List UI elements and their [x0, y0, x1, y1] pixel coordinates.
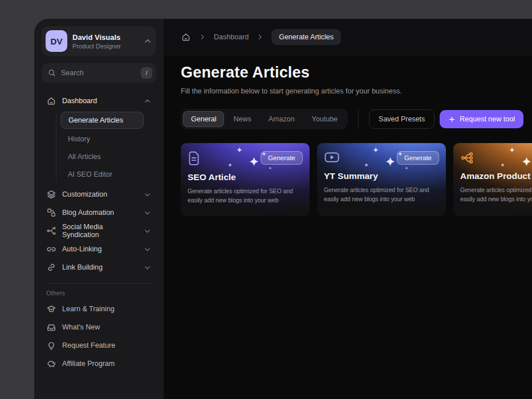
- sidebar-item-whats-new[interactable]: What's New: [42, 318, 156, 336]
- main-area: Dashboard Generate Articles Generate Art…: [164, 19, 532, 399]
- request-new-tool-button[interactable]: Request new tool: [440, 110, 523, 128]
- sidebar-nav: Dashboard Generate Articles History All …: [42, 92, 156, 373]
- chevron-up-icon: [143, 36, 152, 46]
- workflow-icon: [46, 207, 56, 218]
- sidebar-subitem-history[interactable]: History: [60, 130, 144, 148]
- sidebar-item-label: Auto-Linking: [62, 245, 102, 253]
- chain-icon: [46, 262, 56, 272]
- chevron-down-icon: [143, 209, 152, 217]
- sidebar-item-label: Link Building: [62, 263, 103, 271]
- sidebar-item-dashboard[interactable]: Dashboard: [42, 92, 156, 110]
- tab-group: General News Amazon Youtube: [181, 109, 348, 129]
- card-title: YT Summary: [324, 171, 439, 181]
- chevron-right-icon: [198, 33, 206, 41]
- sidebar-item-label: Affiliate Program: [62, 360, 115, 368]
- sidebar-item-link-building[interactable]: Link Building: [42, 258, 156, 276]
- sidebar-item-customization[interactable]: Customization: [42, 185, 156, 203]
- share-network-icon: [46, 226, 56, 236]
- chevron-down-icon: [143, 227, 152, 235]
- sidebar-item-auto-linking[interactable]: Auto-Linking: [42, 240, 156, 258]
- document-icon: [188, 151, 200, 166]
- chevron-right-icon: [256, 33, 264, 41]
- home-icon[interactable]: [181, 32, 191, 42]
- tool-cards: Generate SEO Article Generate articles o…: [181, 143, 532, 216]
- sidebar-item-label: Dashboard: [62, 97, 97, 105]
- sidebar-item-social-media-syndication[interactable]: Social Media Syndication: [42, 222, 156, 240]
- search-input[interactable]: Search /: [42, 63, 156, 83]
- sidebar-item-label: Social Media Syndication: [62, 223, 137, 239]
- card-description: Generate articles optimized for SEO and …: [324, 185, 439, 204]
- page-title: Generate Articles: [181, 64, 532, 82]
- sidebar-subitem-generate-articles[interactable]: Generate Articles: [60, 112, 144, 129]
- tab-youtube[interactable]: Youtube: [304, 111, 346, 127]
- profile-name: David Visuals: [72, 33, 121, 42]
- avatar: DV: [46, 30, 67, 52]
- sidebar-subitem-ai-seo-editor[interactable]: AI SEO Editor: [60, 165, 144, 183]
- toolbar-divider: [358, 109, 359, 129]
- sidebar-item-blog-automation[interactable]: Blog Automation: [42, 203, 156, 222]
- card-description: Generate articles optimized for SEO and …: [460, 185, 532, 204]
- dashboard-submenu: Generate Articles History All Articles A…: [42, 112, 156, 183]
- sidebar-subitem-all-articles[interactable]: All Articles: [60, 148, 144, 165]
- tab-news[interactable]: News: [225, 111, 259, 127]
- sidebar: DV David Visuals Product Designer Search…: [34, 19, 164, 399]
- card-description: Generate articles optimized for SEO and …: [188, 186, 303, 205]
- sidebar-item-label: Learn & Training: [62, 305, 115, 313]
- chevron-down-icon: [143, 245, 152, 254]
- page-content: Generate Articles Fill the information b…: [164, 56, 532, 399]
- youtube-icon: [324, 151, 340, 164]
- chevron-up-icon: [143, 97, 152, 105]
- piggy-bank-icon: [46, 359, 56, 369]
- page-subtitle: Fill the information below to start gene…: [181, 87, 532, 95]
- chevron-down-icon: [143, 190, 152, 199]
- saved-presets-button[interactable]: Saved Presets: [369, 109, 434, 129]
- profile-role: Product Designer: [72, 43, 121, 50]
- generate-button[interactable]: Generate: [261, 151, 303, 165]
- others-section: Learn & Training What's New Request Feat…: [42, 300, 156, 373]
- chevron-down-icon: [143, 263, 152, 272]
- search-shortcut-badge: /: [141, 67, 152, 79]
- card-title: SEO Article: [188, 172, 303, 182]
- sidebar-item-learn-training[interactable]: Learn & Training: [42, 300, 156, 318]
- sidebar-divider: [46, 283, 152, 284]
- breadcrumb: Dashboard Generate Articles: [164, 19, 532, 56]
- share-network-icon: [460, 151, 474, 165]
- card-seo-article[interactable]: Generate SEO Article Generate articles o…: [181, 143, 310, 216]
- toolbar: General News Amazon Youtube Saved Preset…: [181, 109, 532, 129]
- breadcrumb-item-dashboard[interactable]: Dashboard: [214, 33, 249, 41]
- tab-general[interactable]: General: [183, 111, 224, 127]
- others-section-label: Others: [42, 290, 156, 296]
- breadcrumb-item-generate-articles[interactable]: Generate Articles: [271, 29, 341, 45]
- sidebar-item-label: Blog Automation: [62, 209, 114, 217]
- sidebar-item-label: What's New: [62, 323, 100, 331]
- search-icon: [47, 68, 56, 78]
- inbox-icon: [46, 322, 56, 332]
- profile-card[interactable]: DV David Visuals Product Designer: [42, 26, 156, 56]
- card-amazon-product[interactable]: Generate Amazon Product Generate article…: [453, 143, 532, 216]
- generate-button[interactable]: Generate: [397, 151, 439, 165]
- sidebar-item-label: Request Feature: [62, 341, 115, 349]
- graduation-cap-icon: [46, 304, 56, 314]
- tab-amazon[interactable]: Amazon: [261, 111, 303, 127]
- card-title: Amazon Product: [460, 171, 532, 181]
- link-icon: [46, 244, 56, 254]
- plus-icon: [448, 116, 456, 123]
- search-placeholder: Search: [61, 69, 136, 77]
- app-window: DV David Visuals Product Designer Search…: [34, 19, 532, 399]
- sidebar-item-request-feature[interactable]: Request Feature: [42, 336, 156, 355]
- layers-icon: [46, 189, 56, 199]
- request-new-tool-label: Request new tool: [460, 115, 515, 123]
- sidebar-item-label: Customization: [62, 190, 107, 198]
- home-icon: [46, 96, 56, 106]
- card-yt-summary[interactable]: Generate YT Summary Generate articles op…: [317, 143, 446, 216]
- lightbulb-icon: [46, 340, 56, 351]
- sidebar-item-affiliate-program[interactable]: Affiliate Program: [42, 355, 156, 373]
